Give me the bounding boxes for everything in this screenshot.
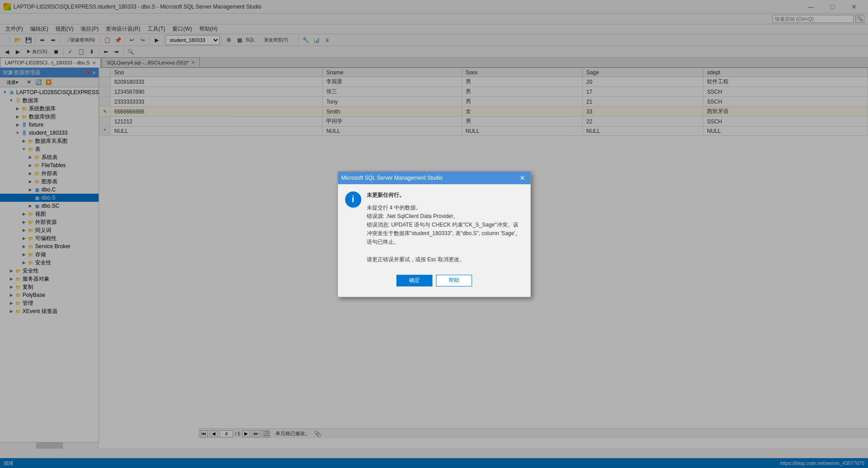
modal-title: Microsoft SQL Server Management Studio [342,175,443,181]
modal-message-2: 未提交行 4 中的数据。 错误源: .Net SqlClient Data Pr… [367,204,523,264]
modal-overlay: Microsoft SQL Server Management Studio ✕… [0,0,868,468]
modal-content: 未更新任何行。 未提交行 4 中的数据。 错误源: .Net SqlClient… [367,191,523,264]
modal-info-icon: i [345,191,361,208]
modal-footer: 确定 帮助 [338,271,531,294]
modal-message-3: 请更正错误并重试，或按 Esc 取消更改。 [367,256,465,263]
modal-title-bar: Microsoft SQL Server Management Studio ✕ [338,172,531,184]
modal-help-button[interactable]: 帮助 [436,275,472,286]
modal-dialog: Microsoft SQL Server Management Studio ✕… [337,171,531,297]
modal-close-button[interactable]: ✕ [518,173,527,182]
modal-body: i 未更新任何行。 未提交行 4 中的数据。 错误源: .Net SqlClie… [338,184,531,271]
modal-ok-button[interactable]: 确定 [396,275,432,286]
modal-message-1: 未更新任何行。 [367,191,523,199]
